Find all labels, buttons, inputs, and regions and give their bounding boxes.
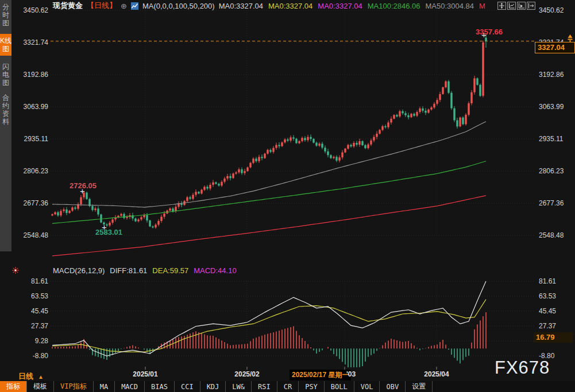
macd-diff-value: DIFF:81.61	[110, 266, 147, 275]
price-tick-right-4: 2935.11	[539, 135, 564, 143]
macd-current-badge: 16.79	[534, 332, 573, 343]
ma-value-5: M	[479, 2, 485, 10]
price-tick-left-1: 3321.74	[13, 38, 48, 46]
axis-play-icon[interactable]	[517, 2, 526, 10]
chart-toolbuttons	[497, 2, 535, 10]
watermark: FX678	[495, 358, 550, 378]
price-tick-left-3: 3063.99	[13, 103, 48, 111]
sidebar-tab-kline-chart[interactable]: K线图	[0, 34, 11, 56]
price-tick-right-0: 3450.62	[539, 6, 564, 14]
price-tick-left-6: 2677.36	[13, 199, 48, 207]
toolbar-item-RSI[interactable]: RSI	[252, 381, 277, 392]
ma-values-list: MA0:3327.04MA0:3327.04MA0:3327.04MA100:2…	[219, 2, 485, 10]
toolbar-item-BIAS[interactable]: BIAS	[145, 381, 175, 392]
macd-tick-right-2: 45.45	[539, 307, 556, 315]
toolbar-item-KDJ[interactable]: KDJ	[200, 381, 226, 392]
macd-title: MACD(26,12,9)	[53, 266, 105, 275]
sidebar-tab-lightning-chart[interactable]: 闪电图	[0, 63, 11, 87]
add-indicator-icon[interactable]: ⊕	[121, 2, 127, 10]
chart-header: 现货黄金 【日线】 ⊕ MA(0,0,0,100,50,200) MA0:332…	[53, 1, 485, 10]
toolbar-item-PSY[interactable]: PSY	[299, 381, 325, 392]
toolbar-item-OBV[interactable]: OBV	[380, 381, 406, 392]
ma-value-1: MA0:3327.04	[268, 2, 312, 10]
macd-tick-left-3: 27.37	[13, 322, 48, 330]
macd-value: MACD:44.10	[194, 266, 236, 275]
hovered-date-badge: 2025/02/17 星期一	[290, 370, 351, 381]
shift-right-icon[interactable]	[527, 2, 535, 10]
sidebar-tab-contract-info[interactable]: 合约资料	[0, 94, 11, 126]
price-tick-right-5: 2806.23	[539, 167, 564, 175]
toolbar-item-设置[interactable]: 设置	[406, 381, 433, 392]
ma-settings-text: MA(0,0,0,100,50,200)	[142, 2, 215, 10]
current-price-badge: 3327.04	[535, 42, 575, 53]
x-axis-label-3: 2025/04	[424, 370, 449, 378]
x-axis-label-2: '03	[346, 370, 356, 378]
x-axis-label-1: 2025/02	[234, 370, 259, 378]
toolbar-item-VIP指标[interactable]: VIP指标	[54, 381, 94, 392]
macd-tick-left-1: 63.53	[13, 292, 48, 300]
left-sidebar: 分时图 K线图 闪电图 合约资料	[0, 0, 11, 251]
price-chart-canvas[interactable]	[0, 0, 575, 392]
ma-value-4: MA50:3004.84	[425, 2, 474, 10]
peak-cross-marker: +	[80, 187, 85, 195]
toolbar-item-CCI[interactable]: CCI	[175, 381, 200, 392]
toolbar-item-VOL[interactable]: VOL	[354, 381, 380, 392]
last-cross-marker: +	[481, 31, 487, 38]
macd-tick-right-0: 81.61	[539, 277, 556, 285]
toolbar-item-LW&[interactable]: LW&	[226, 381, 252, 392]
session-high-label: 3357.66	[476, 28, 503, 36]
toolbar-item-BOLL[interactable]: BOLL	[325, 381, 354, 392]
timeframe-selector[interactable]: 日线▲	[18, 371, 44, 382]
macd-dea-value: DEA:59.57	[152, 266, 188, 275]
macd-tick-left-5: -8.80	[13, 352, 48, 360]
x-axis-label-0: 2025/01	[133, 370, 157, 378]
price-tick-right-6: 2677.36	[539, 199, 564, 207]
ma-value-3: MA100:2846.06	[368, 2, 420, 10]
indicator-toolbar: 指标模板VIP指标MAMACDBIASCCIKDJLW&RSICRPSYBOLL…	[0, 381, 575, 392]
low-cross-marker: +	[102, 223, 107, 231]
price-tick-left-5: 2806.23	[13, 167, 48, 175]
price-tick-right-3: 3063.99	[539, 103, 564, 111]
price-tick-right-2: 3192.86	[539, 71, 564, 79]
macd-tick-right-5: -8.80	[539, 352, 554, 360]
macd-tick-left-0: 81.61	[13, 277, 48, 285]
price-tick-left-0: 3450.62	[13, 6, 48, 14]
price-tick-left-7: 2548.48	[13, 231, 48, 239]
macd-tick-left-2: 45.45	[13, 307, 48, 315]
marked-low-label: 2583.01	[95, 228, 122, 236]
dropdown-arrow-icon: ▲	[38, 374, 44, 380]
ma-value-2: MA0:3327.04	[318, 2, 362, 10]
symbol-name: 现货黄金	[53, 1, 83, 11]
macd-header: MACD(26,12,9) DIFF:81.61 DEA:59.57 MACD:…	[53, 266, 237, 275]
toolbar-item-CR[interactable]: CR	[277, 381, 299, 392]
indicator-alert-icon[interactable]	[11, 266, 20, 277]
toolbar-item-指标[interactable]: 指标	[0, 381, 27, 392]
toolbar-item-MACD[interactable]: MACD	[115, 381, 145, 392]
toolbar-item-模板[interactable]: 模板	[27, 381, 54, 392]
price-tick-left-4: 2935.11	[13, 135, 48, 143]
pan-crosshair-icon[interactable]	[497, 2, 506, 10]
toolbar-item-MA[interactable]: MA	[94, 381, 115, 392]
macd-tick-right-1: 63.53	[539, 292, 556, 300]
axis-scale-icon[interactable]	[507, 2, 516, 10]
ma-chart-icon[interactable]	[131, 2, 138, 10]
price-tick-right-7: 2548.48	[539, 231, 564, 239]
sidebar-tab-time-chart[interactable]: 分时图	[0, 3, 11, 27]
macd-tick-right-3: 27.37	[539, 322, 556, 330]
chart-app: 分时图 K线图 闪电图 合约资料 现货黄金 【日线】 ⊕ MA(0,0,0,10…	[0, 0, 575, 392]
macd-tick-left-4: 9.28	[13, 337, 48, 345]
ma-value-0: MA0:3327.04	[219, 2, 263, 10]
price-tick-left-2: 3192.86	[13, 71, 48, 79]
period-label: 【日线】	[87, 1, 117, 11]
